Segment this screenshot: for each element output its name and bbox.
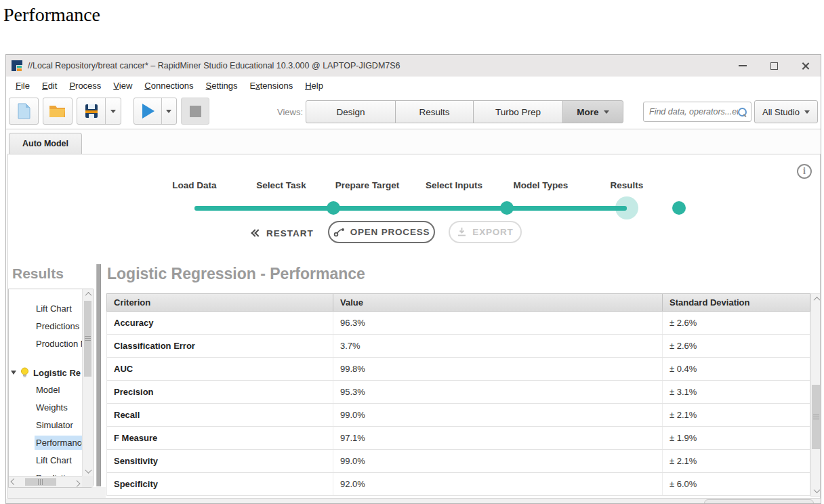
sidebar-item-lift-chart[interactable]: Lift Chart <box>9 300 82 318</box>
run-button[interactable] <box>134 98 162 124</box>
column-header-criterion[interactable]: Criterion <box>107 294 333 311</box>
chevron-down-icon <box>804 110 810 114</box>
stop-button <box>181 98 209 125</box>
search-input[interactable] <box>649 107 738 117</box>
table-row[interactable]: Precision 95.3% ± 3.1% <box>107 381 810 404</box>
table-vertical-scrollbar[interactable] <box>810 293 821 497</box>
scrollbar-thumb[interactable] <box>84 301 91 377</box>
scroll-down-button[interactable] <box>83 466 94 476</box>
collapse-arrow-icon[interactable] <box>11 371 16 375</box>
open-process-button[interactable]: OPEN PROCESS <box>328 221 435 243</box>
save-button[interactable] <box>77 98 106 124</box>
save-icon <box>84 104 99 119</box>
scrollbar-thumb[interactable] <box>812 385 820 449</box>
results-sidebar-title: Results <box>12 266 64 282</box>
menu-view[interactable]: View <box>107 81 138 91</box>
perspective-dropdown[interactable]: All Studio <box>754 100 818 123</box>
toolbar: Views: Design Results Turbo Prep More Al… <box>6 94 821 129</box>
views-label: Views: <box>277 107 303 117</box>
menu-settings[interactable]: Settings <box>200 81 244 91</box>
view-design-button[interactable]: Design <box>306 100 396 123</box>
wizard-steps: Load Data Select Task Prepare Target Sel… <box>8 164 820 222</box>
scroll-down-button[interactable] <box>811 486 821 496</box>
menu-file[interactable]: File <box>9 81 36 91</box>
table-row[interactable]: Classification Error 3.7% ± 2.6% <box>107 335 810 358</box>
perspective-label: All Studio <box>762 107 800 117</box>
view-turbo-prep-button[interactable]: Turbo Prep <box>473 100 563 123</box>
step-dot <box>500 201 514 215</box>
view-switcher: Design Results Turbo Prep More <box>306 100 623 123</box>
sidebar-vertical-scrollbar[interactable] <box>82 289 93 476</box>
run-split-button[interactable] <box>133 98 177 125</box>
wizard-step-prepare-target[interactable]: Prepare Target <box>320 180 415 190</box>
menu-connections[interactable]: Connections <box>138 81 199 91</box>
sidebar-item-weights[interactable]: Weights <box>9 399 82 417</box>
tab-auto-model[interactable]: Auto Model <box>9 133 82 154</box>
chevron-down-icon <box>813 486 820 493</box>
menubar: FileEditProcessViewConnectionsSettingsEx… <box>6 77 821 94</box>
table-row[interactable]: AUC 99.8% ± 0.4% <box>107 358 810 381</box>
wizard-step-select-inputs[interactable]: Select Inputs <box>407 180 501 190</box>
view-more-button[interactable]: More <box>562 100 623 123</box>
table-row[interactable]: Accuracy 96.3% ± 2.6% <box>107 312 810 335</box>
chevron-down-icon <box>166 110 171 113</box>
restart-button[interactable]: RESTART <box>252 222 314 244</box>
wizard-step-load-data[interactable]: Load Data <box>147 180 242 190</box>
minimize-icon <box>739 65 747 66</box>
chevron-up-icon <box>85 292 91 299</box>
table-body: Accuracy 96.3% ± 2.6% Classification Err… <box>106 312 810 496</box>
performance-title: Logistic Regression - Performance <box>107 265 365 283</box>
save-split-button[interactable] <box>77 98 121 125</box>
column-header-std[interactable]: Standard Deviation <box>663 294 810 311</box>
menu-extensions[interactable]: Extensions <box>244 81 300 91</box>
sidebar-item-predictions-2[interactable]: Predictions <box>9 469 82 476</box>
menu-help[interactable]: Help <box>299 81 329 91</box>
sidebar-item-predictions[interactable]: Predictions <box>9 318 82 335</box>
step-dot <box>327 201 340 215</box>
window-title: //Local Repository/breat cancer* – Rapid… <box>28 61 400 70</box>
wizard-step-results[interactable]: Results <box>579 180 674 190</box>
scroll-up-button[interactable] <box>811 294 821 304</box>
maximize-button[interactable] <box>758 55 789 77</box>
rapidminer-logo-icon <box>12 60 22 71</box>
active-step-halo <box>615 196 638 219</box>
scrollbar-thumb[interactable] <box>25 478 56 486</box>
view-results-button[interactable]: Results <box>395 100 474 123</box>
sidebar-item-simulator[interactable]: Simulator <box>9 417 82 434</box>
open-button[interactable] <box>43 98 73 125</box>
table-row[interactable]: Specificity 92.0% ± 6.0% <box>107 473 810 496</box>
maximize-icon <box>770 62 778 70</box>
column-header-value[interactable]: Value <box>333 294 663 311</box>
save-dropdown-button[interactable] <box>106 98 121 124</box>
sidebar-item-model[interactable]: Model <box>9 381 82 399</box>
close-button[interactable] <box>789 55 821 77</box>
menu-process[interactable]: Process <box>63 81 107 91</box>
wizard-step-select-task[interactable]: Select Task <box>234 180 329 190</box>
wizard-step-model-types[interactable]: Model Types <box>493 180 588 190</box>
run-dropdown-button[interactable] <box>162 98 176 124</box>
step-dot <box>672 201 686 215</box>
panel-splitter[interactable] <box>96 264 101 486</box>
scroll-up-button[interactable] <box>83 289 94 299</box>
scrollbar-corner <box>82 476 93 487</box>
sidebar-item-performance[interactable]: Performance <box>9 434 82 452</box>
wizard-actions: RESTART OPEN PROCESS EXPORT <box>8 219 820 247</box>
table-row[interactable]: F Measure 97.1% ± 1.9% <box>107 427 810 450</box>
minimize-button[interactable] <box>727 55 758 77</box>
search-icon[interactable] <box>738 108 747 117</box>
new-process-button[interactable] <box>9 98 39 125</box>
scroll-right-button[interactable] <box>72 477 82 488</box>
menu-edit[interactable]: Edit <box>36 81 63 91</box>
sidebar-horizontal-scrollbar[interactable] <box>9 476 82 487</box>
chevron-left-icon <box>11 478 18 485</box>
export-button: EXPORT <box>449 221 522 243</box>
table-row[interactable]: Recall 99.0% ± 2.1% <box>107 404 810 427</box>
sidebar-item-lift-chart-2[interactable]: Lift Chart <box>9 452 82 469</box>
sidebar-item-production-model[interactable]: Production N <box>9 335 82 353</box>
table-row[interactable]: Sensitivity 99.0% ± 2.1% <box>107 450 810 473</box>
sidebar-group-logistic-regression[interactable]: Logistic Re <box>9 364 82 381</box>
chevron-down-icon <box>604 110 609 114</box>
partial-bottom-button[interactable] <box>704 499 814 504</box>
scroll-left-button[interactable] <box>9 477 19 488</box>
app-window: //Local Repository/breat cancer* – Rapid… <box>5 54 821 504</box>
